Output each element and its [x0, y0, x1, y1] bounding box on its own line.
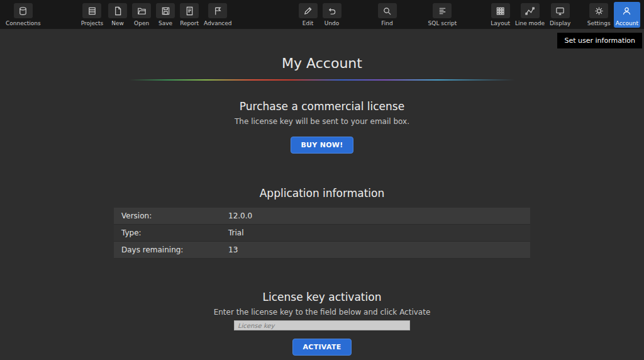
toolbar-button-open[interactable]: Open: [130, 2, 153, 28]
license-key-input[interactable]: [234, 320, 410, 330]
toolbar-button-undo[interactable]: Undo: [321, 2, 343, 28]
toolbar-button-label: Find: [381, 20, 392, 26]
table-row: Version: 12.0.0: [114, 208, 530, 225]
new-file-icon: [108, 3, 127, 18]
toolbar-button-line-mode[interactable]: Line mode: [513, 2, 547, 28]
line-mode-icon: [521, 3, 540, 18]
toolbar-group-files: Projects New Open Save Report Advanced: [79, 2, 234, 28]
app-info-table: Version: 12.0.0 Type: Trial Days remaini…: [114, 208, 530, 259]
toolbar-button-label: Account: [616, 20, 638, 26]
toolbar-button-advanced[interactable]: Advanced: [202, 2, 233, 28]
toolbar-button-label: Open: [134, 20, 149, 26]
row-label: Type:: [114, 228, 228, 237]
toolbar-button-label: SQL script: [428, 20, 457, 26]
toolbar-button-label: Layout: [491, 20, 510, 26]
activation-subtext: Enter the license key to the field below…: [0, 308, 644, 317]
toolbar-group-find: Find: [376, 2, 399, 28]
toolbar: Connections Projects New Open Save Repor…: [0, 0, 644, 29]
activation-heading: License key activation: [0, 290, 644, 304]
toolbar-button-label: Advanced: [204, 20, 231, 26]
toolbar-button-label: Settings: [587, 20, 611, 26]
toolbar-group-sql: SQL script: [426, 2, 459, 28]
row-value: Trial: [228, 228, 244, 237]
activate-button[interactable]: ACTIVATE: [292, 339, 351, 356]
user-icon: [618, 3, 636, 18]
gear-icon: [589, 3, 608, 18]
toolbar-button-display[interactable]: Display: [548, 2, 572, 28]
account-page: My Account Purchase a commercial license…: [0, 55, 644, 356]
projects-icon: [82, 3, 101, 18]
advanced-icon: [208, 3, 227, 18]
toolbar-button-edit[interactable]: Edit: [297, 2, 319, 28]
row-label: Days remaining:: [114, 245, 228, 254]
toolbar-button-sql-script[interactable]: SQL script: [426, 2, 459, 28]
open-folder-icon: [132, 3, 151, 18]
toolbar-group-user: Settings Account: [586, 2, 640, 28]
row-label: Version:: [114, 211, 228, 220]
purchase-heading: Purchase a commercial license: [0, 99, 644, 113]
toolbar-button-label: Undo: [325, 20, 340, 26]
database-icon: [14, 3, 33, 18]
toolbar-button-report[interactable]: Report: [178, 2, 201, 28]
buy-now-button[interactable]: BUY NOW!: [291, 137, 353, 154]
layout-icon: [491, 3, 510, 18]
tooltip-set-user-information: Set user information: [557, 33, 642, 48]
sql-script-icon: [433, 3, 452, 18]
purchase-subtext: The license key will be sent to your ema…: [0, 117, 644, 127]
toolbar-button-connections[interactable]: Connections: [4, 2, 43, 28]
toolbar-button-layout[interactable]: Layout: [489, 2, 512, 28]
toolbar-button-new[interactable]: New: [106, 2, 129, 28]
edit-icon: [299, 3, 318, 18]
table-row: Days remaining: 13: [114, 242, 530, 259]
toolbar-button-label: Edit: [303, 20, 313, 26]
toolbar-button-settings[interactable]: Settings: [586, 2, 613, 28]
row-value: 13: [228, 245, 238, 254]
app-info-heading: Application information: [0, 186, 644, 200]
toolbar-group-edit: Edit Undo: [297, 2, 343, 28]
display-icon: [551, 3, 570, 18]
table-row: Type: Trial: [114, 225, 530, 242]
toolbar-button-label: New: [111, 20, 124, 26]
toolbar-group-connections: Connections: [4, 2, 43, 28]
rainbow-divider: [129, 79, 515, 81]
toolbar-button-label: Projects: [81, 20, 103, 26]
save-icon: [156, 3, 175, 18]
toolbar-button-find[interactable]: Find: [376, 2, 399, 28]
toolbar-button-projects[interactable]: Projects: [79, 2, 105, 28]
toolbar-button-account[interactable]: Account: [614, 2, 640, 28]
toolbar-group-view: Layout Line mode Display: [489, 2, 572, 28]
page-title: My Account: [0, 55, 644, 72]
toolbar-button-label: Connections: [6, 20, 41, 26]
row-value: 12.0.0: [228, 211, 252, 220]
toolbar-button-label: Report: [180, 20, 199, 26]
toolbar-button-label: Display: [550, 20, 570, 26]
undo-icon: [323, 3, 341, 18]
toolbar-button-label: Save: [158, 20, 172, 26]
search-icon: [378, 3, 397, 18]
report-icon: [180, 3, 199, 18]
toolbar-button-save[interactable]: Save: [154, 2, 177, 28]
toolbar-button-label: Line mode: [515, 20, 545, 26]
